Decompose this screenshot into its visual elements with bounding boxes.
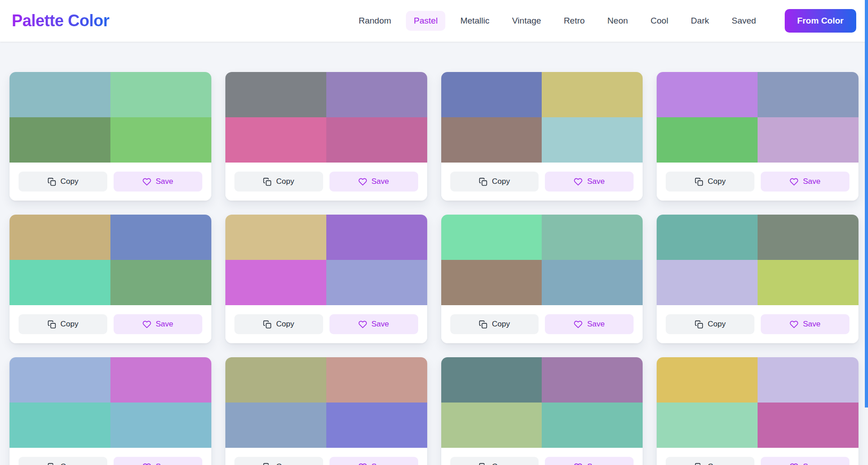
- color-swatch[interactable]: [10, 72, 110, 117]
- nav-item-pastel[interactable]: Pastel: [406, 11, 445, 31]
- save-button[interactable]: Save: [545, 457, 634, 465]
- color-swatch[interactable]: [110, 260, 211, 305]
- copy-button[interactable]: Copy: [450, 172, 539, 192]
- color-swatch[interactable]: [542, 357, 643, 403]
- color-swatch[interactable]: [10, 260, 110, 305]
- color-swatch[interactable]: [10, 117, 110, 163]
- color-swatch[interactable]: [542, 72, 643, 117]
- nav-item-saved[interactable]: Saved: [724, 11, 764, 31]
- color-swatch[interactable]: [326, 72, 427, 117]
- copy-button[interactable]: Copy: [234, 172, 323, 192]
- color-swatch[interactable]: [542, 117, 643, 163]
- copy-button[interactable]: Copy: [666, 172, 754, 192]
- nav-item-retro[interactable]: Retro: [556, 11, 592, 31]
- color-swatch[interactable]: [326, 403, 427, 448]
- save-button[interactable]: Save: [329, 457, 418, 465]
- color-swatch[interactable]: [225, 403, 326, 448]
- color-swatch[interactable]: [441, 117, 542, 163]
- scrollbar-thumb[interactable]: [865, 0, 868, 407]
- heart-icon: [143, 177, 151, 186]
- nav-item-dark[interactable]: Dark: [683, 11, 717, 31]
- color-swatch[interactable]: [657, 215, 758, 260]
- heart-icon: [574, 320, 582, 329]
- color-swatch[interactable]: [225, 357, 326, 403]
- nav-item-neon[interactable]: Neon: [600, 11, 635, 31]
- copy-button-label: Copy: [492, 320, 510, 329]
- heart-icon: [790, 320, 798, 329]
- copy-button[interactable]: Copy: [234, 314, 323, 334]
- save-button-label: Save: [372, 462, 389, 465]
- copy-icon: [48, 177, 56, 186]
- color-swatch[interactable]: [758, 403, 858, 448]
- save-button[interactable]: Save: [329, 172, 418, 192]
- save-button[interactable]: Save: [114, 457, 202, 465]
- color-swatch[interactable]: [326, 215, 427, 260]
- copy-button[interactable]: Copy: [19, 457, 107, 465]
- color-swatch[interactable]: [10, 403, 110, 448]
- heart-icon: [143, 320, 151, 329]
- copy-button[interactable]: Copy: [19, 314, 107, 334]
- swatch-grid: [225, 357, 427, 448]
- save-button-label: Save: [156, 462, 173, 465]
- color-swatch[interactable]: [326, 260, 427, 305]
- color-swatch[interactable]: [326, 117, 427, 163]
- color-swatch[interactable]: [657, 117, 758, 163]
- save-button[interactable]: Save: [545, 172, 634, 192]
- color-swatch[interactable]: [758, 260, 858, 305]
- save-button[interactable]: Save: [761, 172, 849, 192]
- color-swatch[interactable]: [657, 260, 758, 305]
- color-swatch[interactable]: [110, 215, 211, 260]
- save-button[interactable]: Save: [761, 457, 849, 465]
- save-button[interactable]: Save: [114, 314, 202, 334]
- app-header: Palette Color RandomPastelMetallicVintag…: [0, 0, 868, 42]
- color-swatch[interactable]: [758, 357, 858, 403]
- nav-item-metallic[interactable]: Metallic: [453, 11, 497, 31]
- color-swatch[interactable]: [441, 357, 542, 403]
- card-footer: Copy Save: [225, 163, 427, 201]
- color-swatch[interactable]: [225, 72, 326, 117]
- palette-card: Copy Save: [441, 72, 643, 201]
- copy-button[interactable]: Copy: [666, 314, 754, 334]
- copy-button[interactable]: Copy: [450, 314, 539, 334]
- copy-button[interactable]: Copy: [19, 172, 107, 192]
- color-swatch[interactable]: [10, 357, 110, 403]
- copy-button[interactable]: Copy: [450, 457, 539, 465]
- color-swatch[interactable]: [225, 260, 326, 305]
- color-swatch[interactable]: [110, 117, 211, 163]
- color-swatch[interactable]: [758, 215, 858, 260]
- save-button[interactable]: Save: [545, 314, 634, 334]
- color-swatch[interactable]: [110, 72, 211, 117]
- nav-item-random[interactable]: Random: [351, 11, 399, 31]
- swatch-grid: [657, 72, 858, 163]
- scrollbar-track[interactable]: [865, 0, 868, 465]
- copy-button[interactable]: Copy: [666, 457, 754, 465]
- color-swatch[interactable]: [657, 72, 758, 117]
- color-swatch[interactable]: [657, 357, 758, 403]
- color-swatch[interactable]: [110, 357, 211, 403]
- color-swatch[interactable]: [441, 403, 542, 448]
- save-button[interactable]: Save: [761, 314, 849, 334]
- color-swatch[interactable]: [542, 215, 643, 260]
- color-swatch[interactable]: [441, 260, 542, 305]
- color-swatch[interactable]: [110, 403, 211, 448]
- color-swatch[interactable]: [542, 260, 643, 305]
- color-swatch[interactable]: [441, 215, 542, 260]
- from-color-button[interactable]: From Color: [785, 9, 856, 33]
- color-swatch[interactable]: [657, 403, 758, 448]
- color-swatch[interactable]: [758, 117, 858, 163]
- color-swatch[interactable]: [225, 215, 326, 260]
- copy-button[interactable]: Copy: [234, 457, 323, 465]
- save-button[interactable]: Save: [114, 172, 202, 192]
- nav-item-cool[interactable]: Cool: [643, 11, 676, 31]
- color-swatch[interactable]: [441, 72, 542, 117]
- save-button[interactable]: Save: [329, 314, 418, 334]
- copy-icon: [479, 320, 487, 329]
- copy-icon: [263, 463, 272, 465]
- color-swatch[interactable]: [10, 215, 110, 260]
- nav-item-vintage[interactable]: Vintage: [505, 11, 549, 31]
- color-swatch[interactable]: [542, 403, 643, 448]
- swatch-grid: [441, 215, 643, 305]
- color-swatch[interactable]: [758, 72, 858, 117]
- color-swatch[interactable]: [326, 357, 427, 403]
- color-swatch[interactable]: [225, 117, 326, 163]
